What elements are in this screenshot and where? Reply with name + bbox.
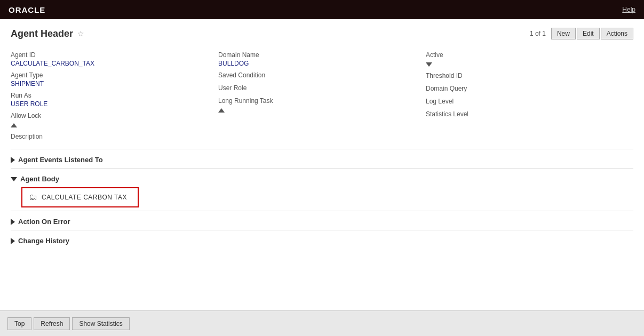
active-field: Active [426, 49, 633, 70]
run-as-field: Run As USER ROLE [11, 90, 218, 110]
long-running-task-field: Long Running Task [218, 95, 426, 116]
actions-button[interactable]: Actions [601, 28, 633, 39]
new-button[interactable]: New [551, 28, 576, 39]
long-running-task-checkbox[interactable] [218, 108, 225, 113]
log-level-label: Log Level [426, 98, 629, 105]
agent-events-label: Agent Events Listened To [18, 156, 103, 164]
agent-id-value[interactable]: CALCULATE_CARBON_TAX [11, 60, 214, 67]
divider-3 [11, 211, 633, 211]
active-label: Active [426, 51, 629, 59]
page-title: Agent Header [11, 28, 73, 39]
agent-type-value: SHIPMENT [11, 80, 214, 87]
fields-grid: Agent ID CALCULATE_CARBON_TAX Agent Type… [11, 49, 633, 143]
main-content: Agent Header ☆ 1 of 1 New Edit Actions A… [0, 19, 644, 310]
run-as-value[interactable]: USER ROLE [11, 100, 214, 108]
long-running-task-label: Long Running Task [218, 97, 422, 105]
favorite-icon[interactable]: ☆ [77, 29, 84, 38]
active-checkbox[interactable] [426, 62, 432, 67]
action-on-error-label: Action On Error [18, 218, 70, 226]
agent-type-label: Agent Type [11, 71, 214, 79]
statistics-level-label: Statistics Level [426, 110, 629, 118]
description-label: Description [11, 133, 214, 140]
change-history-label: Change History [18, 237, 69, 245]
agent-type-field: Agent Type SHIPMENT [11, 69, 218, 90]
run-as-label: Run As [11, 92, 214, 99]
user-role-label: User Role [218, 84, 422, 92]
topbar: ORACLE Help [0, 0, 644, 19]
saved-condition-field: Saved Condition [218, 69, 426, 82]
help-link[interactable]: Help [622, 6, 635, 13]
agent-events-expand-icon [11, 157, 15, 163]
agent-id-label: Agent ID [11, 51, 214, 59]
edit-button[interactable]: Edit [577, 28, 600, 39]
action-on-error-section[interactable]: Action On Error [11, 218, 633, 226]
domain-query-field: Domain Query [426, 83, 633, 95]
pagination-info: 1 of 1 [530, 30, 546, 37]
allow-lock-field: Allow Lock [11, 110, 218, 131]
folder-icon: 🗂 [29, 193, 37, 202]
divider-1 [11, 149, 633, 149]
agent-body-section[interactable]: Agent Body [11, 175, 633, 183]
domain-name-value[interactable]: BULLDOG [218, 60, 422, 67]
change-history-section[interactable]: Change History [11, 237, 633, 245]
allow-lock-checkbox[interactable] [11, 123, 17, 127]
saved-condition-label: Saved Condition [218, 71, 422, 79]
change-history-expand-icon [11, 238, 15, 244]
user-role-field: User Role [218, 82, 426, 95]
log-level-field: Log Level [426, 95, 633, 108]
allow-lock-label: Allow Lock [11, 112, 214, 119]
domain-query-label: Domain Query [426, 85, 629, 92]
action-on-error-expand-icon [11, 219, 15, 225]
agent-id-field: Agent ID CALCULATE_CARBON_TAX [11, 49, 218, 69]
divider-4 [11, 230, 633, 230]
page-header: Agent Header ☆ 1 of 1 New Edit Actions [11, 28, 633, 39]
agent-body-expand-icon [11, 177, 17, 181]
threshold-id-label: Threshold ID [426, 72, 629, 79]
description-field: Description [11, 131, 218, 143]
domain-name-field: Domain Name BULLDOG [218, 49, 426, 69]
oracle-logo: ORACLE [9, 5, 45, 14]
agent-events-section[interactable]: Agent Events Listened To [11, 156, 633, 164]
statistics-level-field: Statistics Level [426, 108, 633, 121]
agent-body-item-label: CALCULATE CARBON TAX [42, 194, 127, 201]
agent-body-item[interactable]: 🗂 CALCULATE CARBON TAX [21, 187, 139, 207]
domain-name-label: Domain Name [218, 51, 422, 59]
agent-body-label: Agent Body [20, 175, 59, 183]
threshold-id-field: Threshold ID [426, 70, 633, 83]
divider-2 [11, 168, 633, 169]
